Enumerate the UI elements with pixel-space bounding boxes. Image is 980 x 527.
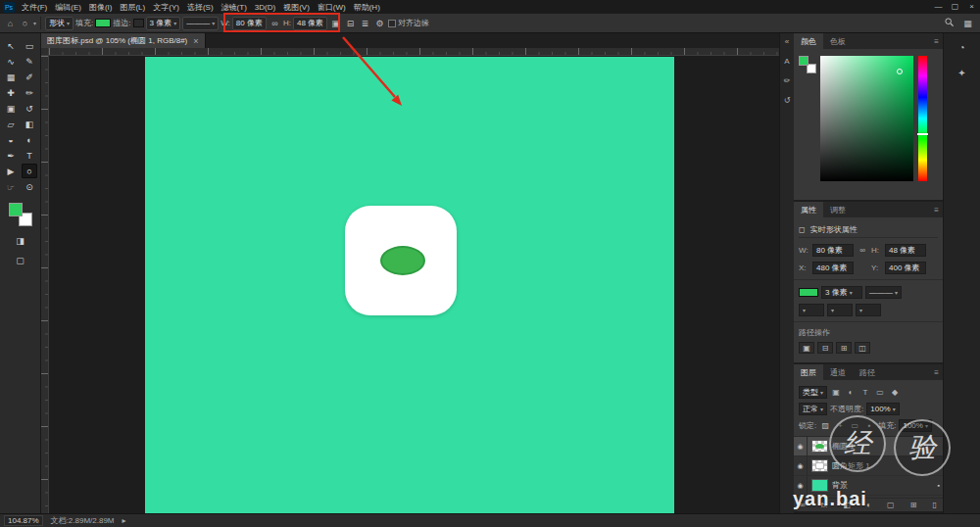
quick-mask-button[interactable]: ◨ [13, 233, 28, 248]
width-input[interactable]: 80 像素 [812, 244, 854, 257]
tool-preset-icon[interactable]: ○ [19, 19, 31, 28]
eyedropper-tool[interactable]: ✐ [22, 70, 37, 84]
visibility-eye-icon[interactable]: ◉ [794, 476, 808, 495]
lock-transparency-icon[interactable]: ▨ [819, 421, 831, 430]
menu-filter[interactable]: 滤镜(T) [218, 0, 251, 14]
stroke-corner-select[interactable]: ▾ [856, 304, 881, 316]
history-brush-tool[interactable]: ↺ [22, 101, 37, 116]
stroke-style-select[interactable]: ——— ▾ [182, 17, 219, 30]
dodge-tool[interactable]: ◐ [22, 132, 37, 147]
healing-tool[interactable]: ✚ [3, 85, 19, 100]
stroke-cap-select[interactable]: ▾ [827, 304, 853, 316]
rounded-square-shape[interactable] [345, 206, 457, 315]
layer-row-ellipse[interactable]: ◉ 椭圆 1 [794, 437, 943, 456]
layer-name[interactable]: 背景 [832, 480, 848, 491]
horizontal-ruler[interactable] [49, 48, 779, 56]
type-tool[interactable]: T [22, 148, 37, 163]
stroke-color-swatch[interactable] [799, 288, 818, 297]
subtract-shape-icon[interactable]: ⊟ [817, 342, 833, 354]
layer-name[interactable]: 椭圆 1 [832, 441, 855, 452]
menu-edit[interactable]: 编辑(E) [51, 0, 85, 14]
document-tab[interactable]: 图库图标.psd @ 105% (椭圆 1, RGB/8#) × [41, 33, 206, 48]
zoom-tool[interactable]: ⊙ [22, 179, 37, 194]
crop-tool[interactable]: ▦ [3, 70, 19, 84]
tab-color[interactable]: 颜色 [794, 33, 823, 49]
workspace-switcher-icon[interactable]: ▦ [961, 19, 974, 28]
stroke-style-select[interactable]: ——— ▾ [865, 286, 902, 299]
blur-tool[interactable]: ◒ [3, 132, 19, 147]
ellipse-shape[interactable] [380, 246, 425, 275]
color-picker-marker[interactable] [897, 69, 903, 74]
height-input[interactable]: 48 像素 [885, 244, 926, 257]
hue-slider-marker[interactable] [917, 133, 928, 135]
home-icon[interactable]: ⌂ [4, 19, 17, 28]
shape-width-input[interactable]: 80 像素 [232, 17, 267, 30]
stroke-width-field[interactable]: 3 像素 ▾ [821, 286, 862, 299]
tab-adjustments[interactable]: 调整 [823, 202, 853, 217]
filter-adjustment-icon[interactable]: ◐ [845, 388, 857, 397]
layer-row-background[interactable]: ◉ 背景 ▪ [794, 476, 943, 496]
exclude-shape-icon[interactable]: ◫ [855, 342, 870, 354]
character-panel-icon[interactable]: A [784, 57, 789, 66]
tab-layers[interactable]: 图层 [794, 364, 823, 380]
menu-select[interactable]: 选择(S) [183, 0, 218, 14]
layer-name[interactable]: 圆角矩形 1 [832, 460, 870, 471]
panel-menu-icon[interactable]: ≡ [930, 33, 943, 49]
menu-window[interactable]: 窗口(W) [314, 0, 350, 14]
lasso-tool[interactable]: ∿ [3, 54, 19, 69]
new-layer-icon[interactable]: ⊞ [910, 501, 917, 509]
zoom-level-field[interactable]: 104.87% [4, 515, 43, 526]
panel-menu-icon[interactable]: ≡ [930, 202, 943, 217]
adjustment-layer-icon[interactable]: ◐ [866, 501, 871, 509]
delete-layer-icon[interactable]: ▯ [933, 501, 937, 509]
hand-tool[interactable]: ☞ [3, 179, 19, 194]
gear-icon[interactable]: ⚙ [373, 19, 386, 28]
path-arrangement-icon[interactable]: ≣ [359, 19, 371, 28]
combine-shapes-icon[interactable]: ▣ [799, 342, 814, 354]
path-select-tool[interactable]: ▶ [3, 164, 19, 178]
menu-layer[interactable]: 图层(L) [116, 0, 149, 14]
filter-pixel-icon[interactable]: ▣ [830, 388, 842, 397]
eraser-tool[interactable]: ▱ [3, 117, 19, 131]
saturation-picker[interactable] [820, 56, 913, 181]
collapse-dock-icon[interactable]: « [785, 37, 789, 46]
link-dimensions-icon[interactable]: ∞ [857, 246, 868, 255]
hue-slider[interactable] [918, 56, 927, 181]
libraries-panel-icon[interactable]: ◔ [958, 42, 964, 53]
tab-paths[interactable]: 路径 [853, 364, 882, 380]
minimize-button[interactable]: — [930, 0, 947, 14]
menu-type[interactable]: 文字(Y) [149, 0, 183, 14]
layer-row-rounded-rect[interactable]: ◉ 圆角矩形 1 [794, 456, 943, 476]
fill-color-swatch[interactable] [95, 19, 111, 27]
menu-file[interactable]: 文件(F) [18, 0, 51, 14]
layer-thumbnail[interactable] [811, 479, 828, 492]
layer-style-icon[interactable]: fx [821, 501, 827, 509]
status-expand-icon[interactable]: ▸ [122, 516, 126, 525]
document-canvas[interactable] [145, 57, 674, 513]
stroke-align-select[interactable]: ▾ [799, 304, 824, 316]
restore-button[interactable]: ▢ [947, 0, 963, 14]
align-edges-checkbox[interactable] [388, 20, 396, 27]
move-tool[interactable]: ↖ [3, 38, 19, 53]
tab-properties[interactable]: 属性 [794, 202, 823, 217]
x-input[interactable]: 480 像素 [812, 262, 854, 274]
opacity-field[interactable]: 100% ▾ [866, 403, 899, 415]
lock-all-icon[interactable]: ▪ [863, 421, 875, 430]
layer-mask-icon[interactable]: ◧ [843, 501, 851, 509]
lock-pixels-icon[interactable]: + [834, 421, 846, 430]
intersect-shape-icon[interactable]: ⊞ [836, 342, 852, 354]
menu-3d[interactable]: 3D(D) [251, 0, 279, 14]
history-panel-icon[interactable]: ↺ [784, 96, 791, 105]
marquee-tool[interactable]: ▭ [22, 38, 37, 53]
ruler-origin[interactable] [41, 48, 49, 56]
pen-tool[interactable]: ✒ [3, 148, 19, 163]
lock-position-icon[interactable]: ▭ [849, 421, 860, 430]
search-icon[interactable] [943, 18, 956, 28]
learn-panel-icon[interactable]: ✦ [957, 68, 965, 78]
fill-field[interactable]: 100% ▾ [899, 419, 931, 432]
menu-image[interactable]: 图像(I) [85, 0, 117, 14]
foreground-color-swatch[interactable] [799, 56, 808, 66]
tab-close-icon[interactable]: × [193, 36, 198, 46]
stroke-width-field[interactable]: 3 像素 ▾ [146, 17, 181, 30]
tab-swatches[interactable]: 色板 [823, 33, 853, 49]
